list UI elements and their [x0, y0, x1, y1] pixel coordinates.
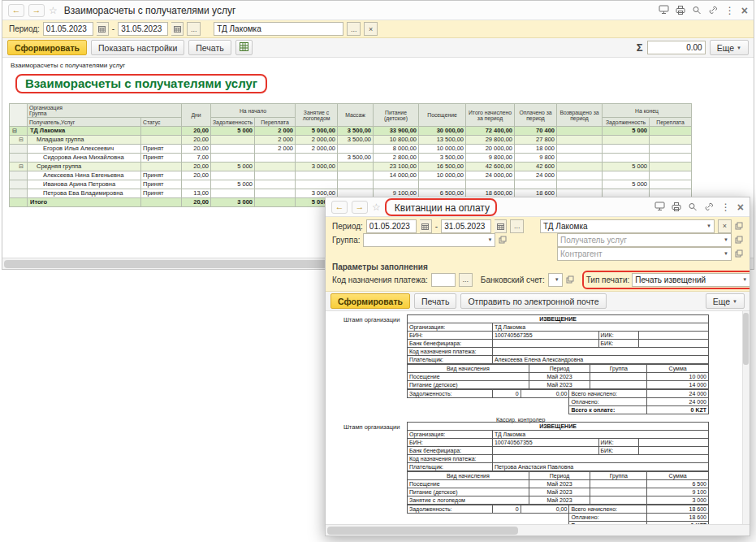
scrollbar-thumb[interactable] [327, 527, 518, 535]
row-value-cell[interactable]: 5 000 [603, 180, 650, 189]
horizontal-scrollbar[interactable] [326, 524, 750, 535]
row-value-cell[interactable]: 24 000,00 [466, 171, 515, 180]
row-value-cell[interactable] [557, 163, 603, 171]
row-value-cell[interactable]: 5 000 [211, 180, 255, 189]
row-value-cell[interactable]: 20,00 [182, 198, 211, 207]
print-button[interactable]: Печать [188, 40, 231, 55]
scrollbar-thumb[interactable] [743, 313, 749, 365]
row-status-cell[interactable]: Принят [141, 145, 182, 154]
row-value-cell[interactable] [650, 154, 692, 163]
generate-button[interactable]: Сформировать [330, 293, 410, 309]
row-value-cell[interactable]: 10 000,00 [419, 171, 466, 180]
more-menu-icon[interactable]: ⋮ [725, 5, 735, 16]
autosum-icon[interactable]: Σ [637, 41, 643, 54]
organization-combo[interactable]: ТД Лакомка▼ [540, 219, 715, 233]
row-value-cell[interactable]: 24 000 [515, 171, 557, 180]
more-button[interactable]: Еще▼ [706, 293, 745, 309]
row-value-cell[interactable]: 3 000 [211, 198, 255, 207]
get-link-icon[interactable] [708, 3, 719, 18]
collapse-icon[interactable]: ⊟ [19, 163, 24, 169]
row-status-cell[interactable]: Принят [141, 189, 182, 198]
row-value-cell[interactable]: 20,00 [182, 145, 211, 154]
row-value-cell[interactable] [419, 180, 466, 189]
row-value-cell[interactable]: 2 800,00 [374, 154, 419, 163]
organization-clear-button[interactable]: × [364, 22, 378, 36]
row-value-cell[interactable] [557, 127, 603, 136]
row-value-cell[interactable]: 3 500,00 [338, 127, 374, 136]
row-name-cell[interactable]: ТД Лакомка [28, 127, 141, 136]
row-value-cell[interactable]: 23 100,00 [374, 163, 419, 171]
row-name-cell[interactable]: Петрова Ева Владимировна [28, 189, 141, 198]
row-value-cell[interactable] [211, 154, 255, 163]
row-value-cell[interactable] [557, 180, 603, 189]
table-row[interactable]: Сидорова Анна МихайловнаПринят7,003 500,… [10, 154, 692, 163]
generate-button[interactable]: Сформировать [7, 40, 87, 55]
row-value-cell[interactable] [211, 136, 255, 145]
row-value-cell[interactable] [255, 180, 296, 189]
calendar-icon[interactable] [420, 219, 432, 233]
close-icon[interactable]: × [737, 201, 744, 214]
row-status-cell[interactable]: Принят [141, 171, 182, 180]
row-value-cell[interactable]: 5 000 [603, 163, 650, 171]
open-icon[interactable] [735, 219, 743, 233]
row-value-cell[interactable] [557, 136, 603, 145]
back-button[interactable]: ← [8, 4, 24, 17]
row-value-cell[interactable] [515, 180, 557, 189]
row-name-cell[interactable]: Сидорова Анна Михайловна [28, 154, 141, 163]
forward-button[interactable]: → [352, 201, 368, 214]
send-email-button[interactable]: Отправить по электронной почте [460, 293, 606, 309]
open-icon[interactable] [735, 232, 743, 247]
row-value-cell[interactable]: 5 000 [603, 127, 650, 136]
period-to-input[interactable] [441, 219, 491, 233]
row-value-cell[interactable]: 72 400,00 [466, 127, 515, 136]
vertical-scrollbar[interactable] [742, 311, 750, 524]
row-value-cell[interactable]: 5 000 [211, 127, 255, 136]
row-value-cell[interactable]: 10 800,00 [374, 136, 419, 145]
row-value-cell[interactable]: 2 000 [255, 136, 296, 145]
row-value-cell[interactable] [255, 171, 296, 180]
calendar-icon[interactable] [97, 22, 109, 36]
collapse-icon[interactable]: ⊟ [12, 128, 17, 133]
search-icon[interactable] [688, 200, 698, 215]
row-value-cell[interactable] [650, 145, 692, 154]
row-value-cell[interactable] [296, 154, 338, 163]
row-value-cell[interactable]: 42 600,00 [466, 163, 515, 171]
row-value-cell[interactable]: 33 900,00 [374, 127, 419, 136]
table-row[interactable]: Егоров Илья АлексеевичПринят20,002 0002 … [10, 145, 692, 154]
row-value-cell[interactable] [338, 145, 374, 154]
row-value-cell[interactable] [255, 189, 296, 198]
row-value-cell[interactable] [650, 180, 692, 189]
row-value-cell[interactable]: 29 800,00 [466, 136, 515, 145]
row-value-cell[interactable] [557, 145, 603, 154]
row-value-cell[interactable]: 20,00 [182, 171, 211, 180]
row-name-cell[interactable]: Итого [28, 198, 141, 207]
more-button[interactable]: Еще▼ [710, 40, 749, 55]
row-value-cell[interactable]: 20 000,00 [466, 145, 515, 154]
organization-select-button[interactable]: ... [347, 22, 361, 36]
row-value-cell[interactable]: 27 800 [515, 136, 557, 145]
table-row[interactable]: ⊟ТД Лакомка20,005 0002 0005 000,003 500,… [10, 127, 692, 136]
row-value-cell[interactable] [650, 163, 692, 171]
row-value-cell[interactable]: 3 500,00 [338, 154, 374, 163]
calendar-icon[interactable] [495, 219, 507, 233]
print-button[interactable]: Печать [414, 293, 456, 309]
row-value-cell[interactable] [603, 145, 650, 154]
row-status-cell[interactable] [141, 163, 182, 171]
row-value-cell[interactable] [374, 180, 419, 189]
row-value-cell[interactable]: 18 000 [515, 145, 557, 154]
row-value-cell[interactable] [211, 171, 255, 180]
row-value-cell[interactable] [603, 171, 650, 180]
table-row[interactable]: ⊟Младшая группа20,002 0002 000,003 500,0… [10, 136, 692, 145]
row-value-cell[interactable] [650, 127, 692, 136]
row-name-cell[interactable]: Егоров Илья Алексеевич [28, 145, 141, 154]
row-value-cell[interactable]: 14 000,00 [374, 171, 419, 180]
row-status-cell[interactable] [141, 198, 182, 207]
row-value-cell[interactable]: 42 600 [515, 163, 557, 171]
row-value-cell[interactable] [338, 163, 374, 171]
get-link-icon[interactable] [704, 200, 715, 215]
row-value-cell[interactable] [557, 171, 603, 180]
row-value-cell[interactable]: 9 800,00 [466, 154, 515, 163]
print-type-combo[interactable]: Печать извещений▼ [632, 273, 750, 287]
row-value-cell[interactable]: 13,00 [182, 189, 211, 198]
counterparty-combo[interactable]: Контрагент▼ [557, 247, 732, 261]
